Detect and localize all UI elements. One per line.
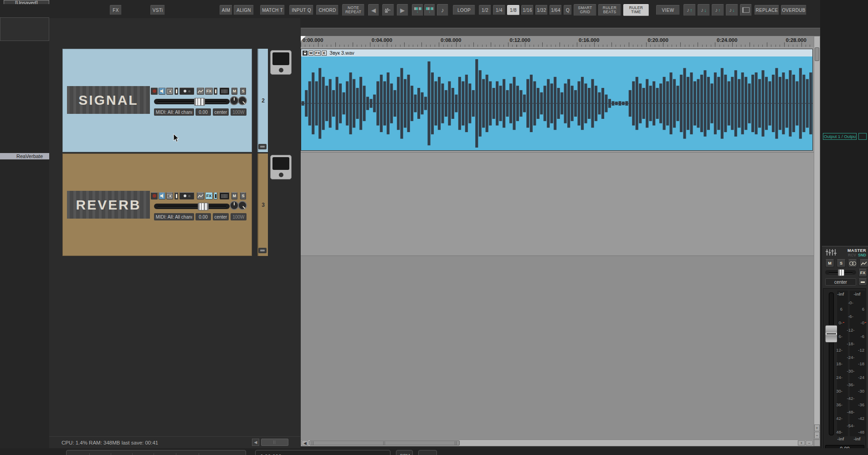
mute-button[interactable]: M <box>231 192 237 199</box>
ruler-beats-button[interactable]: RULERBEATS <box>598 4 621 16</box>
master-pan-handle[interactable] <box>838 269 844 276</box>
transpose-down-button[interactable]: ♪ ↓ <box>698 4 710 16</box>
track-io-badge[interactable] <box>258 144 267 149</box>
vzoom-out-button[interactable]: − <box>814 432 820 439</box>
track-io-badge[interactable] <box>258 248 267 253</box>
master-pan-slider[interactable] <box>825 270 856 275</box>
mixer-view-icon[interactable] <box>826 249 837 256</box>
tcp-scroll-left-button[interactable]: ◀ <box>252 439 259 446</box>
view-button[interactable]: VIEW <box>656 5 680 15</box>
media-item-body[interactable] <box>301 56 812 150</box>
volume-slider-handle[interactable] <box>194 98 205 106</box>
hzoom-in-button[interactable]: + <box>798 440 805 445</box>
master-snd-label[interactable]: SND <box>858 253 866 257</box>
track-panel-reverb[interactable]: REVERB FX M S MIDI: All: All chanı <box>62 153 313 256</box>
meter-knob[interactable] <box>279 68 283 72</box>
media-item-header[interactable]: M FX E Звук 3.wav <box>301 49 812 56</box>
hscrollbar-handle[interactable] <box>309 440 460 445</box>
track-name-label[interactable]: REVERB <box>67 191 150 219</box>
volume-slider-handle[interactable] <box>198 203 209 210</box>
track-fx-button-active[interactable]: FX <box>205 192 213 199</box>
fx-bypass-pipe-button[interactable] <box>214 87 217 95</box>
master-pan-readout[interactable]: center <box>825 278 856 286</box>
transport-time-display[interactable]: 0:00.000 <box>255 450 390 455</box>
ruler-time-button[interactable]: RULERTIME <box>623 4 649 16</box>
quantize-button[interactable]: Q <box>564 5 572 15</box>
toolbar-align-button[interactable]: ALIGN <box>234 5 254 15</box>
toolbar-chord-button[interactable]: CHORD <box>316 5 339 15</box>
hscroll-left-button[interactable]: ◀ <box>302 440 308 445</box>
track-number-strip[interactable]: 2 <box>257 49 268 152</box>
transpose-up-button[interactable]: ♪ ↑ <box>683 4 696 16</box>
width-knob[interactable] <box>238 96 247 105</box>
width-readout[interactable]: 100W <box>231 108 247 116</box>
solo-button[interactable]: S <box>240 192 246 199</box>
arrange-vscrollbar[interactable]: + − <box>814 36 820 440</box>
grid-division-1-2[interactable]: 1/2 <box>479 5 491 15</box>
master-meter[interactable]: -inf-inf-0--6--12--18--24--30--36--42--4… <box>823 288 866 455</box>
waveform-tool-button[interactable] <box>382 4 394 16</box>
fx-bypass-pipe-button[interactable] <box>214 192 217 199</box>
master-solo-button[interactable]: S <box>837 259 846 267</box>
toolbar-fx-button[interactable]: FX <box>110 5 122 15</box>
input-select-button[interactable] <box>180 87 194 95</box>
envelope-button[interactable] <box>197 192 204 199</box>
transport-extra-box[interactable] <box>418 450 437 455</box>
loop-button[interactable]: LOOP <box>453 5 475 15</box>
phase-button[interactable] <box>175 87 178 95</box>
track-fx-button[interactable]: FX <box>205 87 213 95</box>
midi-input-box[interactable]: MIDI: All: All chanı <box>154 108 194 116</box>
master-fx-button[interactable]: FX <box>858 269 867 277</box>
grid-paste2-button[interactable]: ↓ <box>424 4 435 16</box>
overdub-button[interactable]: OVERDUB <box>781 5 806 15</box>
master-width-button[interactable] <box>858 278 867 286</box>
volume-readout[interactable]: 0.00 <box>195 213 211 220</box>
bpm-box[interactable]: BPM <box>396 450 413 455</box>
volume-slider[interactable] <box>154 99 230 104</box>
arrange-empty-area[interactable] <box>301 256 814 440</box>
toolbar-aim-button[interactable]: AIM <box>220 5 232 15</box>
vzoom-in-button[interactable]: + <box>814 424 820 431</box>
item-lock-badge[interactable] <box>303 51 308 56</box>
grid-paste-button[interactable]: ↓ <box>412 4 423 16</box>
media-item[interactable]: M FX E Звук 3.wav <box>301 49 813 151</box>
track-panel-signal[interactable]: SIGNAL FX M S MIDI: All: All chanı <box>62 49 313 152</box>
toolbar-note-repeat-button[interactable]: NOTE REPEAT <box>342 4 365 16</box>
vscrollbar-handle[interactable] <box>815 47 819 61</box>
phase-button[interactable] <box>175 192 178 199</box>
toolbar-inputq-button[interactable]: INPUT Q <box>289 5 313 15</box>
master-title[interactable]: MASTER <box>847 248 866 253</box>
volume-slider[interactable] <box>154 204 230 209</box>
track-meter-widget[interactable] <box>270 50 292 75</box>
grid-division-1-4[interactable]: 1/4 <box>493 5 505 15</box>
midi-input-box[interactable]: MIDI: All: All chanı <box>154 213 194 220</box>
nav-next-button[interactable]: ▶ <box>397 4 408 16</box>
track-meter-widget[interactable] <box>270 155 292 179</box>
grid-division-1-32[interactable]: 1/32 <box>535 5 548 15</box>
grid-division-1-64[interactable]: 1/64 <box>550 5 562 15</box>
tcp-scrollbar-handle[interactable] <box>261 439 288 446</box>
monitor-button[interactable] <box>159 87 165 95</box>
smart-grid-button[interactable]: SMARTGRID <box>574 4 596 16</box>
volume-readout[interactable]: 0.00 <box>195 108 211 116</box>
octave-up-button[interactable]: ♪ ↑ <box>712 4 724 16</box>
mini-fader-widget[interactable] <box>220 192 229 199</box>
item-mute-badge[interactable]: M <box>308 51 313 56</box>
track-number-strip[interactable]: 3 <box>257 153 268 256</box>
master-mono-stereo-button[interactable] <box>848 259 857 267</box>
master-envelope-button[interactable] <box>859 259 868 267</box>
nav-prev-button[interactable]: ◀ <box>368 4 379 16</box>
master-rcv-label[interactable]: RCV <box>848 253 856 257</box>
pan-knob[interactable] <box>230 201 239 210</box>
timeline-ruler[interactable]: 0:00.0000:04.0000:08.0000:12.0000:16.000… <box>301 36 814 47</box>
insert-section-button[interactable] <box>740 4 752 16</box>
replace-button[interactable]: REPLACE <box>755 5 779 15</box>
track-name-label[interactable]: SIGNAL <box>67 86 150 114</box>
solo-button[interactable]: S <box>240 87 246 95</box>
width-readout[interactable]: 100W <box>231 213 247 220</box>
meter-knob[interactable] <box>279 173 283 177</box>
input-monitor-button[interactable] <box>166 192 173 199</box>
mute-button[interactable]: M <box>231 87 237 95</box>
pan-readout[interactable]: center <box>213 213 229 220</box>
grid-division-1-16[interactable]: 1/16 <box>521 5 534 15</box>
